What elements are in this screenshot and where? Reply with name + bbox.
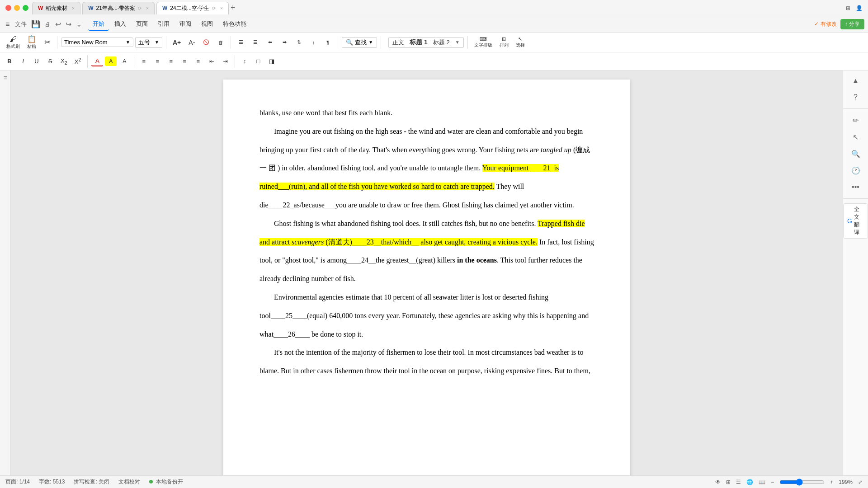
justify-btn[interactable]: ≡ <box>179 56 190 66</box>
outline-view-icon[interactable]: ☰ <box>736 479 741 485</box>
text-segment: (缠成 <box>571 146 590 154</box>
zoom-out-button[interactable]: − <box>771 479 774 485</box>
text-segment: tool, or "ghost tool," is among____24__t… <box>259 256 457 264</box>
highlight-button[interactable]: A <box>105 56 117 66</box>
style-heading2[interactable]: 标题 2 <box>433 38 450 47</box>
subscript-button[interactable]: X2 <box>58 56 70 67</box>
menu-teshu[interactable]: 特色功能 <box>218 18 251 31</box>
cloud-save-status[interactable]: 本地备份开 <box>149 478 183 486</box>
numbering-button[interactable]: ☰ <box>249 38 262 46</box>
pencil-icon[interactable]: ✏ <box>850 113 861 127</box>
italic-text: tangled up <box>541 146 571 154</box>
text-direction-button[interactable]: ⌨文字排版 <box>472 35 495 49</box>
style-heading1[interactable]: 标题 1 <box>410 38 428 47</box>
track-changes-btn[interactable]: ✓ 有修改 <box>814 20 836 28</box>
border-btn[interactable]: □ <box>252 56 264 66</box>
spell-check[interactable]: 拼写检查: 关闭 <box>74 478 109 486</box>
indent-decrease-btn[interactable]: ⇤ <box>206 56 217 66</box>
tab-daoke[interactable]: W 稻壳素材 × <box>32 2 80 14</box>
font-color-button[interactable]: A <box>91 56 103 66</box>
share-button[interactable]: ↑ 分享 <box>840 19 864 29</box>
align-right-button[interactable]: ➡ <box>278 38 291 46</box>
columns-button[interactable]: ⊞排列 <box>497 35 511 49</box>
font-size-selector[interactable]: 五号 ▼ <box>135 37 162 48</box>
file-icon[interactable]: 文件 <box>13 19 28 30</box>
distribute-btn[interactable]: ≡ <box>192 56 204 66</box>
clear-format-button[interactable]: 🚫 <box>200 38 212 46</box>
wps-icon: W <box>38 5 43 11</box>
style-normal[interactable]: 正文 <box>392 38 404 47</box>
font-decrease-button[interactable]: A- <box>185 38 198 47</box>
track-changes-status[interactable]: 文档校对 <box>118 478 140 486</box>
help-button[interactable]: ? <box>851 90 860 104</box>
redo-icon[interactable]: ↪ <box>64 18 73 30</box>
bold-button[interactable]: B <box>4 56 15 66</box>
tab-close-icon[interactable]: × <box>72 6 75 11</box>
menu-shitu[interactable]: 视图 <box>197 18 217 31</box>
undo-icon[interactable]: ↩ <box>53 18 63 30</box>
align-left-btn[interactable]: ≡ <box>138 56 150 66</box>
delete-button[interactable]: 🗑 <box>214 39 227 46</box>
print-icon[interactable]: 🖨 <box>43 19 52 29</box>
menu-yinyong[interactable]: 引用 <box>153 18 174 31</box>
read-mode-icon[interactable]: 📖 <box>759 479 765 485</box>
indent-increase-btn[interactable]: ⇥ <box>219 56 231 66</box>
minimize-button[interactable] <box>14 5 20 11</box>
pointer-icon[interactable]: ↖ <box>850 130 861 144</box>
line-height-btn[interactable]: ↕ <box>239 56 250 66</box>
font-increase-button[interactable]: A+ <box>170 38 184 47</box>
superscript-button[interactable]: X2 <box>72 56 84 66</box>
align-center-btn[interactable]: ≡ <box>151 56 163 66</box>
font-name-selector[interactable]: Times New Rom ▼ <box>61 38 133 47</box>
tab-close-icon[interactable]: × <box>220 6 223 11</box>
paragraph-button[interactable]: ¶ <box>321 39 334 46</box>
italic-button[interactable]: I <box>17 56 29 66</box>
tab-21nian[interactable]: W 21年高...·带答案 ⟳ × <box>82 2 155 14</box>
sort-button[interactable]: ⇅ <box>292 38 305 46</box>
select-button[interactable]: ↖选择 <box>513 35 528 49</box>
panel-collapse-button[interactable]: ▲ <box>849 74 862 88</box>
window-grid-icon[interactable]: ⊞ <box>846 5 850 11</box>
zoom-icon[interactable]: 🔍 <box>849 147 863 161</box>
hamburger-icon[interactable]: ≡ <box>4 19 11 30</box>
fit-page-button[interactable]: ⤢ <box>858 479 863 485</box>
fill-color-btn[interactable]: ◨ <box>266 56 278 66</box>
menu-shenyue[interactable]: 审阅 <box>175 18 196 31</box>
search-button[interactable]: 🔍 查找 ▼ <box>342 37 377 48</box>
menu-kaishi[interactable]: 开始 <box>88 18 109 31</box>
paste-button[interactable]: 📋 粘贴 <box>24 34 39 51</box>
separator7 <box>87 55 88 68</box>
menu-yemian[interactable]: 页面 <box>132 18 152 31</box>
style-dropdown-icon[interactable]: ▼ <box>455 40 460 45</box>
line-spacing-button[interactable]: ↕ <box>307 39 320 46</box>
more-options-icon[interactable]: ••• <box>849 180 862 194</box>
paragraph-12: tool____25____(equal) 640,000 tons every… <box>259 310 594 323</box>
strikethrough-button[interactable]: S <box>44 56 56 66</box>
web-view-icon[interactable]: 🌐 <box>746 479 753 485</box>
close-button[interactable] <box>5 5 11 11</box>
save-icon[interactable]: 💾 <box>29 18 42 30</box>
align-left-button[interactable]: ⬅ <box>264 38 276 46</box>
view-mode-icon[interactable]: ⊞ <box>726 479 731 485</box>
new-tab-button[interactable]: + <box>231 3 236 13</box>
sidebar-toggle[interactable]: ≡ <box>3 74 7 81</box>
menu-charu[interactable]: 插入 <box>110 18 131 31</box>
more-icon[interactable]: ⌄ <box>74 18 84 30</box>
cut-button[interactable]: ✂ <box>41 37 53 47</box>
eye-icon[interactable]: 👁 <box>715 479 721 485</box>
tab-24er[interactable]: W 24二模...空·学生 ⟳ × <box>156 2 229 14</box>
format-brush-button[interactable]: 🖌 格式刷 <box>4 34 23 51</box>
tab-close-icon[interactable]: × <box>146 6 149 11</box>
underline-button[interactable]: U <box>31 56 42 66</box>
document-area[interactable]: blanks, use one word that best fits each… <box>11 70 843 475</box>
translate-button[interactable]: G 全文翻译 <box>843 203 868 239</box>
align-right-btn[interactable]: ≡ <box>165 56 177 66</box>
right-float-panel: ▲ ? ✏ ↖ 🔍 🕐 ••• G 全文翻译 <box>843 70 868 475</box>
clock-icon[interactable]: 🕐 <box>849 164 863 178</box>
maximize-button[interactable] <box>23 5 28 11</box>
user-icon[interactable]: 👤 <box>856 5 863 11</box>
zoom-in-button[interactable]: + <box>830 479 833 485</box>
shading-button[interactable]: A <box>118 56 130 66</box>
zoom-slider[interactable] <box>779 479 825 486</box>
bullets-button[interactable]: ☰ <box>235 38 247 46</box>
